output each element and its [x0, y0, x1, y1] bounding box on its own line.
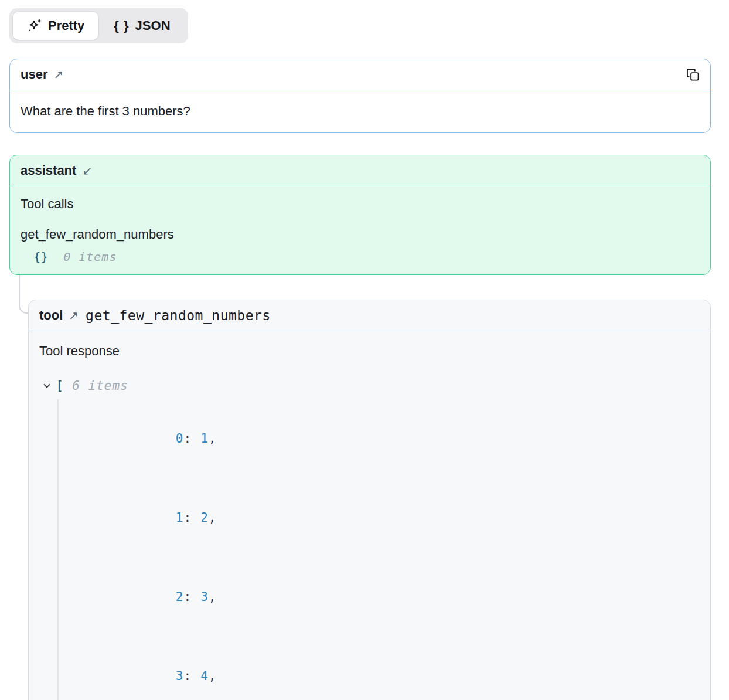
- user-message-header: user ↗: [10, 59, 710, 90]
- tab-json-label: JSON: [135, 18, 171, 34]
- entry-value: 2: [200, 511, 209, 525]
- role-label: user: [21, 66, 47, 83]
- array-open-bracket: [: [56, 378, 64, 394]
- user-message-content: What are the first 3 numbers?: [10, 90, 710, 132]
- json-array-entry: 2:3,: [80, 558, 700, 637]
- trace-pretty-view: Pretty { } JSON user ↗ What are the firs…: [0, 0, 729, 700]
- view-mode-tabs: Pretty { } JSON: [9, 8, 188, 43]
- comma: ,: [209, 431, 217, 446]
- json-array-toggle-row[interactable]: [ 6 items: [42, 375, 700, 397]
- tool-message-header: tool ↗ get_few_random_numbers: [29, 300, 710, 331]
- colon: :: [183, 431, 192, 446]
- comma: ,: [209, 669, 217, 683]
- tool-calls-label: Tool calls: [21, 196, 700, 212]
- entry-index: 3: [176, 669, 184, 683]
- args-items-count: 0 items: [63, 250, 117, 264]
- chevron-down-icon: [42, 381, 52, 390]
- braces-icon: { }: [114, 18, 129, 34]
- colon: :: [183, 511, 192, 525]
- tab-pretty-label: Pretty: [48, 18, 84, 34]
- entry-value: 1: [200, 431, 209, 446]
- entry-value: 4: [200, 669, 209, 683]
- role-label: assistant: [21, 162, 76, 179]
- json-array-entry: 0:1,: [80, 399, 700, 478]
- entry-value: 3: [200, 590, 209, 604]
- role-label: tool: [39, 307, 63, 324]
- tool-message-body: Tool response [ 6 items 0:: [29, 331, 710, 700]
- assistant-tool-calls-card: assistant ↙ Tool calls get_few_random_nu…: [9, 155, 711, 275]
- user-message-card: user ↗ What are the first 3 numbers?: [9, 59, 711, 133]
- json-array-entry: 1:2,: [80, 478, 700, 558]
- assistant-tool-calls-body: Tool calls get_few_random_numbers {} 0 i…: [10, 186, 710, 274]
- colon: :: [183, 669, 192, 683]
- comma: ,: [209, 511, 217, 525]
- json-array-entries: 0:1, 1:2, 2:3, 3:4, 4:5, 5:6,: [57, 399, 700, 700]
- copy-icon: [686, 68, 700, 81]
- tab-pretty[interactable]: Pretty: [13, 12, 98, 40]
- json-tree-viewer: [ 6 items 0:1, 1:2, 2:3, 3:4,: [42, 375, 700, 700]
- tool-name: get_few_random_numbers: [86, 307, 271, 324]
- json-array-entry: 3:4,: [80, 637, 700, 700]
- tool-call-args: {} 0 items: [33, 249, 700, 265]
- sparkle-icon: [27, 18, 42, 33]
- entry-index: 1: [176, 511, 184, 525]
- input-arrow-icon: ↗: [53, 66, 63, 83]
- collapse-toggle-button[interactable]: [42, 380, 52, 391]
- array-items-count: 6 items: [72, 378, 128, 394]
- tab-json[interactable]: { } JSON: [100, 12, 184, 40]
- copy-button[interactable]: [686, 68, 700, 81]
- colon: :: [183, 590, 192, 604]
- empty-object-glyph: {}: [33, 250, 49, 264]
- input-arrow-icon: ↗: [69, 307, 79, 324]
- tool-call-connector-line: [19, 275, 29, 314]
- comma: ,: [209, 590, 217, 604]
- tool-response-label: Tool response: [39, 343, 700, 359]
- assistant-tool-calls-header: assistant ↙: [10, 155, 710, 186]
- entry-index: 0: [176, 431, 184, 446]
- tool-call-name: get_few_random_numbers: [21, 226, 700, 243]
- output-arrow-icon: ↙: [82, 162, 92, 179]
- tool-message-card: tool ↗ get_few_random_numbers Tool respo…: [28, 300, 711, 700]
- entry-index: 2: [176, 590, 184, 604]
